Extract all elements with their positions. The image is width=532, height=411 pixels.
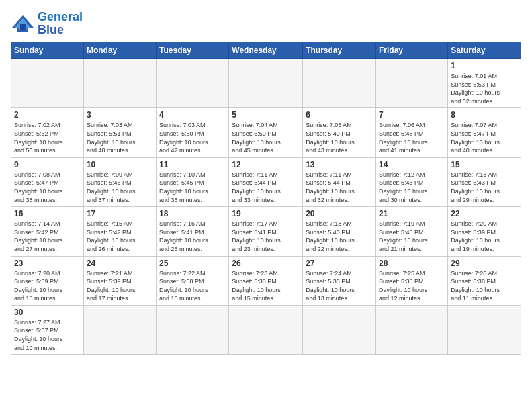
day-number: 1 bbox=[451, 61, 518, 71]
day-number: 11 bbox=[159, 160, 226, 169]
calendar-cell: 18Sunrise: 7:16 AM Sunset: 5:41 PM Dayli… bbox=[157, 207, 229, 256]
calendar-cell: 10Sunrise: 7:09 AM Sunset: 5:46 PM Dayli… bbox=[83, 157, 156, 206]
weekday-header: Saturday bbox=[448, 42, 521, 59]
calendar-cell: 4Sunrise: 7:03 AM Sunset: 5:50 PM Daylig… bbox=[157, 108, 229, 157]
day-number: 3 bbox=[87, 110, 153, 120]
day-number: 7 bbox=[379, 110, 445, 120]
day-info: Sunrise: 7:04 AM Sunset: 5:50 PM Dayligh… bbox=[232, 121, 300, 154]
calendar-cell bbox=[303, 59, 376, 108]
calendar-cell bbox=[303, 305, 376, 354]
day-info: Sunrise: 7:22 AM Sunset: 5:38 PM Dayligh… bbox=[159, 269, 226, 303]
day-info: Sunrise: 7:20 AM Sunset: 5:39 PM Dayligh… bbox=[14, 269, 81, 303]
day-number: 21 bbox=[379, 209, 445, 218]
day-number: 14 bbox=[379, 160, 445, 169]
day-number: 15 bbox=[451, 160, 518, 169]
day-info: Sunrise: 7:15 AM Sunset: 5:42 PM Dayligh… bbox=[87, 220, 153, 253]
calendar-cell: 3Sunrise: 7:03 AM Sunset: 5:51 PM Daylig… bbox=[83, 108, 156, 157]
day-info: Sunrise: 7:19 AM Sunset: 5:40 PM Dayligh… bbox=[379, 220, 445, 253]
day-number: 4 bbox=[159, 110, 226, 120]
calendar-cell: 7Sunrise: 7:06 AM Sunset: 5:48 PM Daylig… bbox=[376, 108, 448, 157]
page: GeneralBlue SundayMondayTuesdayWednesday… bbox=[0, 0, 532, 411]
day-info: Sunrise: 7:20 AM Sunset: 5:39 PM Dayligh… bbox=[451, 220, 518, 253]
day-info: Sunrise: 7:18 AM Sunset: 5:40 PM Dayligh… bbox=[306, 220, 373, 253]
day-info: Sunrise: 7:08 AM Sunset: 5:47 PM Dayligh… bbox=[14, 171, 81, 204]
logo: GeneralBlue bbox=[11, 11, 83, 36]
calendar-cell: 13Sunrise: 7:11 AM Sunset: 5:44 PM Dayli… bbox=[303, 157, 376, 206]
day-number: 2 bbox=[14, 110, 81, 120]
calendar-cell bbox=[376, 305, 448, 354]
day-info: Sunrise: 7:03 AM Sunset: 5:50 PM Dayligh… bbox=[159, 121, 226, 154]
day-number: 16 bbox=[14, 209, 81, 218]
calendar-cell: 9Sunrise: 7:08 AM Sunset: 5:47 PM Daylig… bbox=[11, 157, 84, 206]
weekday-header: Tuesday bbox=[157, 42, 229, 59]
day-number: 18 bbox=[159, 209, 226, 218]
day-number: 9 bbox=[14, 160, 81, 169]
calendar-cell: 24Sunrise: 7:21 AM Sunset: 5:39 PM Dayli… bbox=[83, 256, 156, 305]
day-info: Sunrise: 7:11 AM Sunset: 5:44 PM Dayligh… bbox=[306, 171, 373, 204]
day-number: 23 bbox=[14, 259, 81, 268]
calendar-week-row: 1Sunrise: 7:01 AM Sunset: 5:53 PM Daylig… bbox=[11, 59, 521, 108]
day-number: 19 bbox=[232, 209, 300, 218]
day-info: Sunrise: 7:12 AM Sunset: 5:43 PM Dayligh… bbox=[379, 171, 445, 204]
calendar-cell bbox=[157, 305, 229, 354]
calendar-cell: 22Sunrise: 7:20 AM Sunset: 5:39 PM Dayli… bbox=[448, 207, 521, 256]
weekday-header: Thursday bbox=[303, 42, 376, 59]
calendar-cell: 23Sunrise: 7:20 AM Sunset: 5:39 PM Dayli… bbox=[11, 256, 84, 305]
day-number: 13 bbox=[306, 160, 373, 169]
day-number: 30 bbox=[14, 308, 81, 317]
calendar-cell: 30Sunrise: 7:27 AM Sunset: 5:37 PM Dayli… bbox=[11, 305, 84, 354]
day-info: Sunrise: 7:24 AM Sunset: 5:38 PM Dayligh… bbox=[306, 269, 373, 303]
logo-icon bbox=[11, 14, 35, 33]
day-info: Sunrise: 7:09 AM Sunset: 5:46 PM Dayligh… bbox=[87, 171, 153, 204]
day-info: Sunrise: 7:06 AM Sunset: 5:48 PM Dayligh… bbox=[379, 121, 445, 154]
day-info: Sunrise: 7:13 AM Sunset: 5:43 PM Dayligh… bbox=[451, 171, 518, 204]
calendar-cell bbox=[83, 305, 156, 354]
calendar-week-row: 16Sunrise: 7:14 AM Sunset: 5:42 PM Dayli… bbox=[11, 207, 521, 256]
weekday-header: Friday bbox=[376, 42, 448, 59]
day-number: 25 bbox=[159, 259, 226, 268]
day-number: 12 bbox=[232, 160, 300, 169]
day-number: 5 bbox=[232, 110, 300, 120]
day-info: Sunrise: 7:14 AM Sunset: 5:42 PM Dayligh… bbox=[14, 220, 81, 253]
calendar-cell: 21Sunrise: 7:19 AM Sunset: 5:40 PM Dayli… bbox=[376, 207, 448, 256]
day-number: 27 bbox=[306, 259, 373, 268]
calendar-cell: 25Sunrise: 7:22 AM Sunset: 5:38 PM Dayli… bbox=[157, 256, 229, 305]
day-number: 20 bbox=[306, 209, 373, 218]
calendar-cell: 16Sunrise: 7:14 AM Sunset: 5:42 PM Dayli… bbox=[11, 207, 84, 256]
calendar-cell: 27Sunrise: 7:24 AM Sunset: 5:38 PM Dayli… bbox=[303, 256, 376, 305]
weekday-header: Sunday bbox=[11, 42, 84, 59]
calendar-cell: 6Sunrise: 7:05 AM Sunset: 5:49 PM Daylig… bbox=[303, 108, 376, 157]
calendar-cell: 5Sunrise: 7:04 AM Sunset: 5:50 PM Daylig… bbox=[229, 108, 303, 157]
day-info: Sunrise: 7:26 AM Sunset: 5:38 PM Dayligh… bbox=[451, 269, 518, 303]
day-info: Sunrise: 7:10 AM Sunset: 5:45 PM Dayligh… bbox=[159, 171, 226, 204]
calendar-cell bbox=[229, 59, 303, 108]
weekday-header-row: SundayMondayTuesdayWednesdayThursdayFrid… bbox=[11, 42, 521, 59]
calendar-cell: 28Sunrise: 7:25 AM Sunset: 5:38 PM Dayli… bbox=[376, 256, 448, 305]
day-info: Sunrise: 7:03 AM Sunset: 5:51 PM Dayligh… bbox=[87, 121, 153, 154]
day-info: Sunrise: 7:23 AM Sunset: 5:38 PM Dayligh… bbox=[232, 269, 300, 303]
day-info: Sunrise: 7:16 AM Sunset: 5:41 PM Dayligh… bbox=[159, 220, 226, 253]
calendar-cell: 14Sunrise: 7:12 AM Sunset: 5:43 PM Dayli… bbox=[376, 157, 448, 206]
calendar-week-row: 30Sunrise: 7:27 AM Sunset: 5:37 PM Dayli… bbox=[11, 305, 521, 354]
svg-rect-2 bbox=[20, 24, 26, 30]
calendar-week-row: 9Sunrise: 7:08 AM Sunset: 5:47 PM Daylig… bbox=[11, 157, 521, 206]
calendar-cell: 29Sunrise: 7:26 AM Sunset: 5:38 PM Dayli… bbox=[448, 256, 521, 305]
day-number: 28 bbox=[379, 259, 445, 268]
calendar-cell: 19Sunrise: 7:17 AM Sunset: 5:41 PM Dayli… bbox=[229, 207, 303, 256]
weekday-header: Wednesday bbox=[229, 42, 303, 59]
calendar-cell bbox=[11, 59, 84, 108]
calendar-week-row: 2Sunrise: 7:02 AM Sunset: 5:52 PM Daylig… bbox=[11, 108, 521, 157]
day-info: Sunrise: 7:21 AM Sunset: 5:39 PM Dayligh… bbox=[87, 269, 153, 303]
calendar-cell: 26Sunrise: 7:23 AM Sunset: 5:38 PM Dayli… bbox=[229, 256, 303, 305]
calendar-cell: 11Sunrise: 7:10 AM Sunset: 5:45 PM Dayli… bbox=[157, 157, 229, 206]
header: GeneralBlue bbox=[11, 11, 521, 36]
day-number: 10 bbox=[87, 160, 153, 169]
day-info: Sunrise: 7:17 AM Sunset: 5:41 PM Dayligh… bbox=[232, 220, 300, 253]
calendar-cell: 12Sunrise: 7:11 AM Sunset: 5:44 PM Dayli… bbox=[229, 157, 303, 206]
day-number: 17 bbox=[87, 209, 153, 218]
calendar-cell: 8Sunrise: 7:07 AM Sunset: 5:47 PM Daylig… bbox=[448, 108, 521, 157]
logo-text: GeneralBlue bbox=[38, 11, 83, 36]
day-info: Sunrise: 7:25 AM Sunset: 5:38 PM Dayligh… bbox=[379, 269, 445, 303]
calendar-cell bbox=[448, 305, 521, 354]
calendar-cell bbox=[229, 305, 303, 354]
